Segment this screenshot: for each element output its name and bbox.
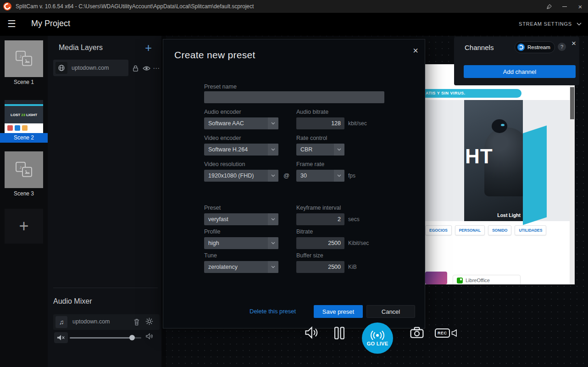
help-icon[interactable]: ?	[558, 43, 566, 51]
profile-select[interactable]: high	[204, 237, 278, 249]
category-chip[interactable]: UTILIDADES	[515, 225, 546, 235]
audio-monitor-icon[interactable]	[305, 326, 318, 341]
audio-bitrate-label: Audio bitrate	[296, 109, 328, 115]
restream-icon	[517, 44, 525, 51]
scrollbar-thumb[interactable]	[570, 87, 574, 119]
channels-close-icon[interactable]: ×	[569, 39, 579, 49]
preset-label: Preset	[204, 205, 221, 211]
scene-1-label[interactable]: Scene 1	[0, 79, 48, 85]
volume-slider-handle[interactable]	[129, 335, 135, 340]
add-layer-button[interactable]: +	[145, 43, 152, 52]
mixer-source-row[interactable]: ♫ uptodown.com	[53, 314, 160, 330]
video-resolution-select[interactable]: 1920x1080 (FHD)	[204, 170, 278, 182]
category-chip[interactable]: EGOCIOS	[425, 225, 452, 235]
chevron-down-icon	[334, 144, 344, 156]
video-resolution-label: Video resolution	[204, 161, 245, 167]
preset-name-input[interactable]	[204, 91, 384, 103]
media-source-icon: ♫	[55, 316, 67, 328]
pin-icon[interactable]	[541, 0, 557, 13]
keyframe-interval-unit: secs	[348, 213, 360, 225]
restream-button[interactable]: Restream	[515, 41, 555, 53]
character-head	[492, 119, 507, 133]
category-chip[interactable]: PERSONAL	[455, 225, 485, 235]
libreoffice-icon	[457, 278, 463, 284]
goggle-glint	[501, 124, 505, 126]
record-button[interactable]: REC	[435, 328, 457, 338]
rate-control-select[interactable]: CBR	[296, 144, 344, 156]
buffer-size-input[interactable]: 2500	[296, 261, 344, 273]
volume-row	[53, 332, 160, 345]
mixer-source-name: uptodown.com	[72, 318, 110, 325]
app-header: ☰ My Project STREAM SETTINGS	[0, 13, 588, 36]
scene-1-thumbnail[interactable]: ♪	[5, 40, 43, 77]
keyframe-interval-input[interactable]: 2	[296, 213, 344, 225]
category-chip[interactable]: SONIDO	[488, 225, 512, 235]
audio-bitrate-unit: kbit/sec	[348, 117, 367, 129]
add-channel-button[interactable]: Add channel	[464, 65, 576, 78]
page-scrollbar[interactable]	[570, 65, 575, 284]
media-layers-title: Media Layers	[59, 44, 103, 52]
gear-icon[interactable]	[145, 317, 153, 325]
bitrate-input[interactable]: 2500	[296, 237, 344, 249]
buffer-size-label: Buffer size	[296, 252, 323, 259]
speaker-icon[interactable]	[146, 333, 153, 341]
scene-sidebar: ♪ Scene 1 LOST23LIGHT Scene 2 ♪ Scene 3 …	[0, 36, 48, 367]
app-list-item[interactable]: LibreOffice	[453, 275, 521, 284]
chevron-down-icon	[577, 22, 582, 26]
channels-title: Channels	[465, 44, 494, 51]
audio-encoder-label: Audio encoder	[204, 109, 241, 115]
dialog-close-icon[interactable]: ×	[409, 44, 422, 57]
visibility-eye-icon[interactable]	[142, 64, 150, 72]
minimize-button[interactable]	[557, 0, 572, 13]
thumb-header-bar	[5, 100, 43, 104]
app-thumbnail	[425, 272, 447, 284]
add-scene-button[interactable]: +	[5, 209, 43, 244]
chevron-down-icon	[268, 170, 278, 182]
trash-icon[interactable]	[133, 318, 141, 326]
frame-rate-label: Frame rate	[296, 161, 324, 167]
window-titlebar: SplitCam v. 10.6.54 x64 - C:\Users\WDAGU…	[0, 0, 588, 13]
scene-2-thumbnail[interactable]: LOST23LIGHT	[5, 100, 43, 133]
scene-2-label-active[interactable]: Scene 2	[0, 133, 48, 143]
tune-select[interactable]: zerolatency	[204, 261, 278, 273]
rec-label: REC	[435, 328, 450, 338]
layer-name: uptodown.com	[72, 65, 109, 71]
layer-row[interactable]: uptodown.com	[53, 60, 128, 76]
chevron-down-icon	[268, 144, 278, 156]
video-encoder-select[interactable]: Software H.264	[204, 144, 278, 156]
scene-3-label[interactable]: Scene 3	[0, 190, 48, 197]
audio-encoder-select[interactable]: Software AAC	[204, 117, 278, 129]
stream-settings-button[interactable]: STREAM SETTINGS	[519, 21, 582, 27]
snapshot-camera-icon[interactable]	[410, 327, 424, 340]
save-preset-button[interactable]: Save preset	[314, 305, 363, 318]
pause-icon[interactable]	[334, 326, 345, 342]
preset-name-label: Preset name	[204, 83, 237, 90]
close-button[interactable]: ×	[572, 0, 588, 13]
chevron-down-icon	[268, 117, 278, 129]
delete-preset-button[interactable]: Delete this preset	[250, 308, 296, 315]
window-title: SplitCam v. 10.6.54 x64 - C:\Users\WDAGU…	[16, 3, 254, 10]
layer-more-icon[interactable]: ⋯	[152, 64, 161, 72]
splitcam-logo-icon	[3, 2, 11, 11]
audio-bitrate-input[interactable]: 128	[296, 117, 344, 129]
tune-label: Tune	[204, 252, 217, 259]
volume-slider[interactable]	[70, 337, 141, 339]
mute-speaker-icon[interactable]	[54, 332, 68, 343]
hero-title-fragment: HT	[465, 145, 493, 168]
divider	[53, 288, 158, 288]
frame-rate-select[interactable]: 30	[296, 170, 344, 182]
lock-icon[interactable]	[131, 64, 139, 72]
go-live-label: GO LIVE	[367, 341, 388, 346]
scene-3-thumbnail[interactable]: ♪	[5, 151, 43, 188]
menu-icon[interactable]: ☰	[7, 18, 16, 29]
channels-panel: Channels Restream ? × Add channel	[454, 37, 579, 85]
video-encoder-label: Video encoder	[204, 135, 241, 141]
volume-slider-fill	[70, 337, 132, 339]
cancel-button[interactable]: Cancel	[366, 305, 415, 318]
go-live-button[interactable]: GO LIVE	[362, 323, 393, 354]
chevron-down-icon	[334, 170, 344, 182]
frame-rate-unit: fps	[348, 170, 355, 182]
category-row: EGOCIOS PERSONAL SONIDO UTILIDADES	[425, 225, 546, 235]
cyan-ribbon	[523, 126, 547, 225]
preset-select[interactable]: veryfast	[204, 213, 278, 225]
